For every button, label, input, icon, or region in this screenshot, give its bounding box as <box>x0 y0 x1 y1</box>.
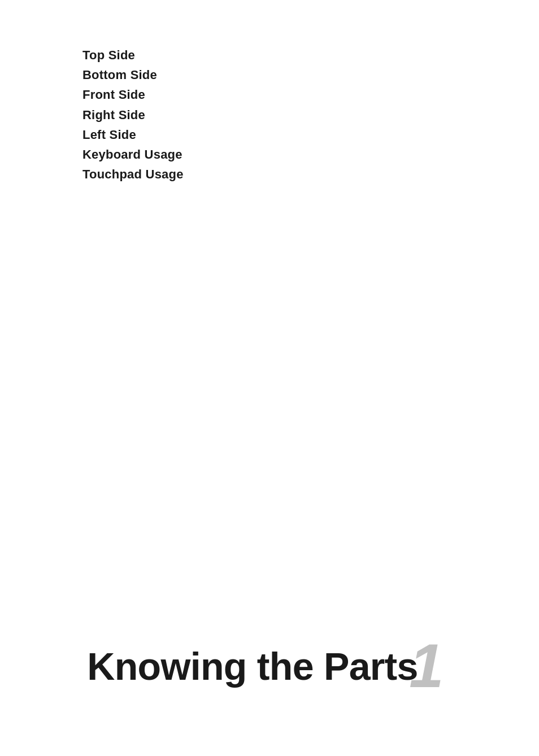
toc-item-3[interactable]: Right Side <box>82 105 184 125</box>
toc-item-5[interactable]: Keyboard Usage <box>82 145 184 164</box>
toc-item-0[interactable]: Top Side <box>82 45 184 65</box>
chapter-header: Knowing the Parts 1 <box>0 644 539 688</box>
toc-item-1[interactable]: Bottom Side <box>82 65 184 85</box>
toc-item-2[interactable]: Front Side <box>82 85 184 104</box>
table-of-contents: Top SideBottom SideFront SideRight SideL… <box>82 45 184 184</box>
chapter-title-block: Knowing the Parts 1 <box>87 644 418 688</box>
toc-item-6[interactable]: Touchpad Usage <box>82 164 184 184</box>
chapter-title-text: Knowing the Parts <box>87 645 418 688</box>
toc-item-4[interactable]: Left Side <box>82 125 184 145</box>
